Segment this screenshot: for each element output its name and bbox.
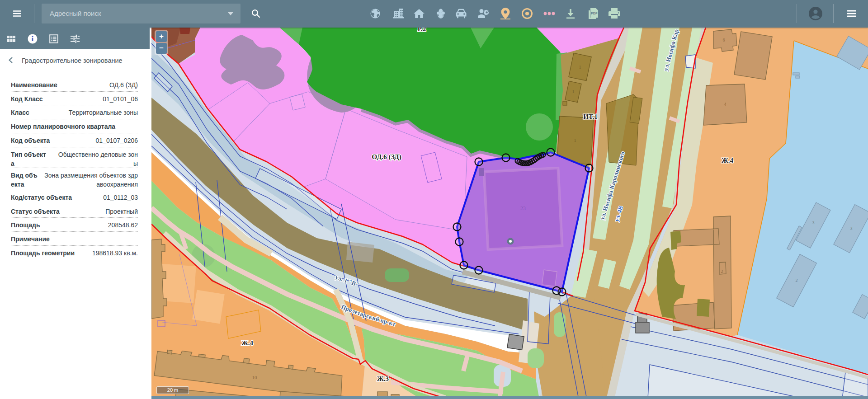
- svg-text:10: 10: [252, 375, 258, 380]
- svg-text:1: 1: [579, 65, 581, 70]
- svg-text:Ж.4: Ж.4: [241, 339, 254, 347]
- svg-text:1: 1: [574, 138, 576, 143]
- svg-text:ИТ.1: ИТ.1: [583, 113, 597, 120]
- svg-text:4: 4: [724, 102, 726, 107]
- svg-text:6: 6: [723, 38, 725, 42]
- svg-text:ОД.6 (ЗД): ОД.6 (ЗД): [372, 153, 401, 161]
- svg-text:2: 2: [721, 269, 723, 274]
- svg-text:Р.2: Р.2: [418, 28, 426, 33]
- svg-text:Ж.4: Ж.4: [722, 157, 734, 164]
- svg-text:PDF: PDF: [591, 11, 598, 15]
- svg-text:Ж.3: Ж.3: [377, 375, 389, 382]
- svg-text:3: 3: [850, 226, 853, 231]
- svg-text:23: 23: [520, 205, 526, 211]
- svg-text:1: 1: [572, 89, 575, 94]
- svg-text:3: 3: [812, 220, 815, 225]
- svg-text:2: 2: [796, 278, 798, 283]
